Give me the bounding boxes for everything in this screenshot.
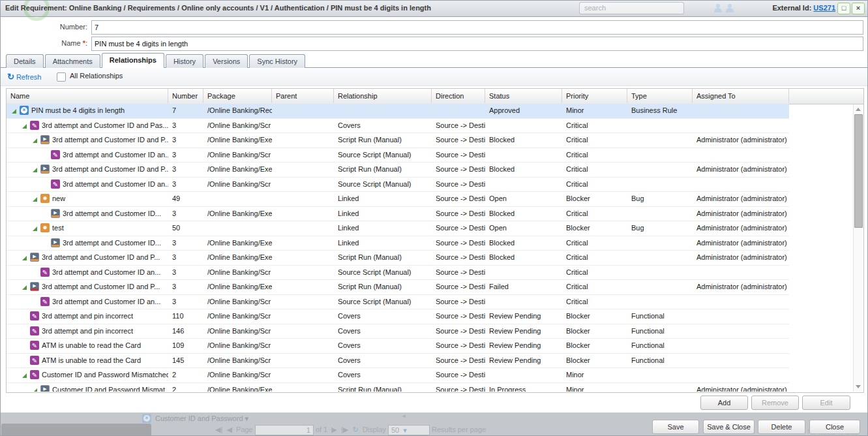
cell-type: Bug — [627, 221, 693, 236]
external-id-link[interactable]: US271 — [813, 4, 835, 12]
row-name-text: 3rd attempt and Customer ID an... — [7, 180, 168, 188]
table-row[interactable]: ▶3rd attempt and Customer ID and P...3/O… — [7, 163, 789, 178]
save-button[interactable]: Save — [652, 420, 699, 434]
remove-button[interactable]: Remove — [751, 396, 799, 410]
tab-bar: DetailsAttachmentsRelationshipsHistoryVe… — [1, 53, 867, 68]
save-and-close-button[interactable]: Save & Close — [703, 420, 755, 434]
cell-type: Functional — [627, 309, 693, 324]
column-header-priority[interactable]: Priority — [562, 89, 627, 103]
tab-versions[interactable]: Versions — [205, 54, 248, 69]
column-header-number[interactable]: Number — [168, 89, 203, 103]
column-header-package[interactable]: Package — [203, 89, 272, 103]
table-row[interactable]: ✎3rd attempt and Customer ID an...3/Onli… — [7, 295, 789, 310]
cell-number: 50 — [168, 221, 203, 236]
tab-attachments[interactable]: Attachments — [45, 54, 100, 69]
table-row[interactable]: ▶3rd attempt and Customer ID and P...3/O… — [7, 280, 789, 295]
cell-relationship: Linked — [334, 192, 432, 206]
cell-status — [485, 368, 562, 382]
cell-number: 3 — [168, 207, 203, 221]
tab-details[interactable]: Details — [6, 54, 44, 69]
cell-assigned-to — [693, 119, 789, 133]
edit-button[interactable]: Edit — [802, 396, 850, 410]
cell-direction: Source -> Destination — [432, 236, 485, 251]
table-row[interactable]: ▶3rd attempt and Customer ID and P...3/O… — [7, 251, 789, 266]
scrollbar-thumb[interactable] — [854, 114, 863, 228]
column-header-assigned-to[interactable]: Assigned To — [693, 89, 789, 103]
table-row[interactable]: ✎ATM is unable to read the Card145/Onlin… — [7, 354, 789, 369]
cell-package: /Online Banking/Scr — [203, 368, 272, 382]
column-header-direction[interactable]: Direction — [432, 89, 485, 103]
cell-relationship: Source Script (Manual) — [334, 148, 432, 163]
table-row[interactable]: ✎3rd attempt and Customer ID an...3/Onli… — [7, 178, 789, 193]
add-button[interactable]: Add — [700, 396, 748, 410]
column-header-parent[interactable]: Parent — [272, 89, 334, 103]
table-row[interactable]: ✎3rd attempt and Customer ID an...3/Onli… — [7, 266, 789, 281]
delete-button[interactable]: Delete — [758, 420, 805, 434]
chevron-down-icon: ▾ — [403, 426, 407, 434]
tree-expander-icon[interactable] — [33, 388, 37, 392]
table-row[interactable]: ▶3rd attempt and Customer ID...3/Online … — [7, 236, 789, 251]
close-button[interactable]: Close — [809, 420, 860, 434]
cell-number: 7 — [168, 104, 203, 118]
vertical-scrollbar[interactable] — [853, 104, 863, 392]
cell-status: Open — [485, 192, 562, 206]
table-row[interactable]: ▶3rd attempt and Customer ID and P...3/O… — [7, 133, 789, 148]
all-relationships-checkbox[interactable] — [57, 72, 66, 82]
table-row[interactable]: ✸new49LinkedSource -> DestinationOpenBlo… — [7, 192, 789, 207]
tree-expander-icon[interactable] — [33, 138, 37, 143]
table-row[interactable]: ✎ATM is unable to read the Card109/Onlin… — [7, 339, 789, 354]
cell-direction: Source -> Destination — [432, 309, 485, 324]
tree-expander-icon[interactable] — [12, 109, 16, 114]
test-script-icon: ✎ — [51, 150, 60, 159]
tab-relationships[interactable]: Relationships — [102, 53, 164, 68]
table-row[interactable]: ✎3rd attempt and Customer ID and Pas...3… — [7, 119, 789, 134]
cell-parent — [272, 119, 334, 133]
cell-name: ▶3rd attempt and Customer ID and P... — [7, 251, 168, 265]
scroll-down-arrow[interactable] — [856, 385, 861, 388]
tab-sync-history[interactable]: Sync History — [249, 54, 305, 69]
table-row[interactable]: ✸test50LinkedSource -> DestinationOpenBl… — [7, 221, 789, 236]
user-icon — [725, 4, 734, 12]
tab-history[interactable]: History — [166, 54, 203, 69]
close-window-button[interactable]: × — [852, 3, 865, 14]
column-header-relationship[interactable]: Relationship — [334, 89, 432, 103]
tree-expander-icon[interactable] — [22, 285, 27, 290]
refresh-button[interactable]: ↻Refresh — [7, 72, 41, 82]
cell-status — [485, 148, 562, 163]
tree-expander-icon[interactable] — [33, 197, 37, 202]
column-header-status[interactable]: Status — [485, 89, 562, 103]
tree-expander-icon[interactable] — [33, 226, 37, 231]
test-run-failed-icon: ▶ — [30, 282, 39, 291]
tree-expander-icon[interactable] — [22, 373, 27, 378]
number-field[interactable] — [91, 20, 863, 35]
column-header-name[interactable]: Name — [7, 89, 168, 103]
table-row[interactable]: ▶Customer ID and Password Mismat...2/Onl… — [7, 383, 789, 392]
name-field[interactable] — [91, 37, 863, 51]
cell-parent — [272, 309, 334, 324]
tree-expander-icon[interactable] — [22, 256, 27, 260]
table-row[interactable]: ✎3rd attempt and pin incorrect146/Online… — [7, 324, 789, 339]
cell-assigned-to — [693, 148, 789, 163]
cell-priority: Minor — [562, 383, 627, 392]
cell-priority: Critical — [562, 178, 627, 192]
table-row[interactable]: ✎3rd attempt and pin incorrect110/Online… — [7, 309, 789, 324]
table-row[interactable]: ▶3rd attempt and Customer ID...3/Online … — [7, 207, 789, 222]
maximize-button[interactable]: □ — [837, 3, 850, 14]
table-row[interactable]: ✎Customer ID and Password Mismatched2/On… — [7, 368, 789, 383]
cell-direction: Source -> Destination — [432, 178, 485, 192]
test-run-icon: ▶ — [51, 209, 60, 218]
page-label: Page — [236, 426, 253, 433]
cell-number: 3 — [168, 236, 203, 251]
column-header-type[interactable]: Type — [627, 89, 693, 103]
cell-package: /Online Banking/Exe — [203, 383, 272, 392]
tree-expander-icon[interactable] — [22, 124, 27, 129]
tree-expander-icon[interactable] — [33, 168, 37, 172]
cell-type: Bug — [627, 192, 693, 206]
scroll-up-arrow[interactable] — [856, 108, 861, 111]
table-row[interactable]: ✳PIN must be 4 digits in length7/Online … — [7, 104, 789, 119]
cell-assigned-to — [693, 178, 789, 192]
cell-priority: Critical — [562, 148, 627, 163]
table-row[interactable]: ✎3rd attempt and Customer ID an...3/Onli… — [7, 148, 789, 163]
defect-icon: ✸ — [40, 223, 50, 232]
cell-status: Review Pending — [485, 324, 562, 339]
